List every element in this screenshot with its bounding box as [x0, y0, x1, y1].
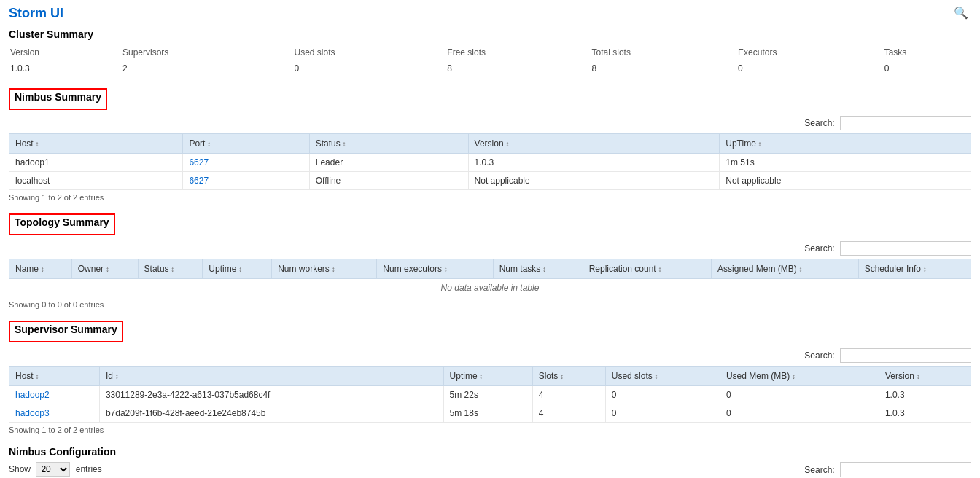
nimbus-version: Not applicable [468, 172, 720, 190]
topology-search-label: Search: [804, 243, 834, 254]
topology-no-data: No data available in table [9, 279, 971, 297]
supervisor-col-host[interactable]: Host [9, 367, 100, 386]
cell-free-slots: 8 [446, 60, 590, 77]
nimbus-port: 6627 [183, 172, 309, 190]
nimbus-config-search-input[interactable] [840, 462, 971, 477]
nimbus-config-section: Nimbus Configuration Show 20 50 100 entr… [9, 446, 971, 478]
supervisor-used-mem: 0 [720, 404, 879, 423]
nimbus-uptime: Not applicable [720, 172, 971, 190]
cell-version: 1.0.3 [9, 60, 121, 77]
nimbus-search-input[interactable] [840, 116, 971, 130]
topology-col-replication[interactable]: Replication count [583, 259, 711, 279]
topology-col-num-tasks[interactable]: Num tasks [493, 259, 583, 279]
supervisor-search-input[interactable] [840, 348, 971, 363]
supervisor-id: b7da209f-1f6b-428f-aeed-21e24eb8745b [99, 404, 443, 423]
topology-col-assigned-mem[interactable]: Assigned Mem (MB) [712, 259, 859, 279]
topology-col-name[interactable]: Name [9, 259, 72, 279]
nimbus-col-version[interactable]: Version [468, 134, 720, 154]
supervisor-col-id[interactable]: Id [99, 367, 443, 386]
table-row: hadoop3 b7da209f-1f6b-428f-aeed-21e24eb8… [9, 404, 971, 423]
supervisor-col-slots[interactable]: Slots [532, 367, 605, 386]
topology-col-uptime[interactable]: Uptime [203, 259, 272, 279]
supervisor-summary-title-box: Supervisor Summary [9, 321, 123, 342]
show-label: Show [9, 464, 31, 474]
supervisor-col-version[interactable]: Version [879, 367, 971, 386]
supervisor-col-used-mem[interactable]: Used Mem (MB) [720, 367, 879, 386]
cluster-summary-table: Version Supervisors Used slots Free slot… [9, 44, 971, 77]
supervisor-used-slots: 0 [605, 386, 720, 404]
col-executors: Executors [736, 44, 883, 60]
topology-search-bar: Search: [9, 241, 971, 256]
nimbus-summary-title: Nimbus Summary [15, 91, 101, 103]
cell-tasks: 0 [883, 60, 971, 77]
cell-total-slots: 8 [591, 60, 737, 77]
nimbus-config-search-label: Search: [804, 465, 834, 475]
supervisor-uptime: 5m 22s [443, 386, 532, 404]
col-version: Version [9, 44, 121, 60]
topology-no-data-row: No data available in table [9, 279, 971, 297]
cell-supervisors: 2 [121, 60, 293, 77]
nimbus-col-uptime[interactable]: UpTime [720, 134, 971, 154]
cell-used-slots: 0 [292, 60, 446, 77]
topology-col-num-workers[interactable]: Num workers [272, 259, 377, 279]
supervisor-summary-title: Supervisor Summary [15, 324, 117, 335]
supervisor-col-uptime[interactable]: Uptime [443, 367, 532, 386]
nimbus-status: Offline [309, 172, 468, 190]
cluster-summary-title: Cluster Summary [9, 28, 971, 40]
topology-col-num-executors[interactable]: Num executors [377, 259, 493, 279]
topology-summary-title: Topology Summary [15, 216, 109, 228]
nimbus-summary-title-box: Nimbus Summary [9, 88, 107, 110]
supervisor-showing-text: Showing 1 to 2 of 2 entries [9, 426, 971, 434]
topology-col-status[interactable]: Status [138, 259, 203, 279]
topology-col-owner[interactable]: Owner [71, 259, 138, 279]
app-title: Storm UI [9, 6, 971, 21]
col-total-slots: Total slots [591, 44, 737, 60]
supervisor-host: hadoop3 [9, 404, 100, 423]
topology-summary-title-box: Topology Summary [9, 213, 115, 235]
nimbus-showing-text: Showing 1 to 2 of 2 entries [9, 193, 971, 202]
table-row: localhost 6627 Offline Not applicable No… [9, 172, 971, 190]
topology-col-scheduler[interactable]: Scheduler Info [858, 259, 971, 279]
entries-label: entries [76, 464, 102, 474]
cell-executors: 0 [736, 60, 883, 77]
supervisor-search-bar: Search: [9, 348, 971, 363]
nimbus-host: localhost [9, 172, 183, 190]
supervisor-used-mem: 0 [720, 386, 879, 404]
topology-summary-section: Topology Summary Search: Name Owner Stat… [9, 213, 971, 309]
supervisor-host: hadoop2 [9, 386, 100, 404]
supervisor-used-slots: 0 [605, 404, 720, 423]
table-row: hadoop2 33011289-2e3a-4222-a613-037b5ad6… [9, 386, 971, 404]
nimbus-host: hadoop1 [9, 154, 183, 172]
supervisor-version: 1.0.3 [879, 404, 971, 423]
supervisor-col-used-slots[interactable]: Used slots [605, 367, 720, 386]
supervisor-summary-table: Host Id Uptime Slots Used slots Used Mem… [9, 366, 971, 423]
col-tasks: Tasks [883, 44, 971, 60]
col-supervisors: Supervisors [121, 44, 293, 60]
col-used-slots: Used slots [292, 44, 446, 60]
supervisor-uptime: 5m 18s [443, 404, 532, 423]
nimbus-col-status[interactable]: Status [309, 134, 468, 154]
nimbus-summary-section: Nimbus Summary Search: Host Port Status … [9, 88, 971, 202]
supervisor-search-label: Search: [804, 350, 834, 361]
show-select[interactable]: 20 50 100 [36, 462, 70, 477]
nimbus-uptime: 1m 51s [720, 154, 971, 172]
nimbus-config-title: Nimbus Configuration [9, 446, 971, 458]
nimbus-summary-table: Host Port Status Version UpTime hadoop1 … [9, 133, 971, 190]
supervisor-version: 1.0.3 [879, 386, 971, 404]
cluster-summary-section: Cluster Summary Version Supervisors Used… [9, 28, 971, 77]
supervisor-slots: 4 [532, 404, 605, 423]
supervisor-id: 33011289-2e3a-4222-a613-037b5ad68c4f [99, 386, 443, 404]
nimbus-port: 6627 [183, 154, 309, 172]
topology-showing-text: Showing 0 to 0 of 0 entries [9, 300, 971, 309]
topology-search-input[interactable] [840, 241, 971, 256]
search-icon: 🔍 [954, 6, 968, 20]
nimbus-status: Leader [309, 154, 468, 172]
table-row: hadoop1 6627 Leader 1.0.3 1m 51s [9, 154, 971, 172]
nimbus-col-port[interactable]: Port [183, 134, 309, 154]
nimbus-version: 1.0.3 [468, 154, 720, 172]
nimbus-search-label: Search: [804, 118, 834, 128]
supervisor-slots: 4 [532, 386, 605, 404]
topology-summary-table: Name Owner Status Uptime Num workers Num… [9, 259, 971, 297]
nimbus-col-host[interactable]: Host [9, 134, 183, 154]
supervisor-summary-section: Supervisor Summary Search: Host Id Uptim… [9, 321, 971, 434]
